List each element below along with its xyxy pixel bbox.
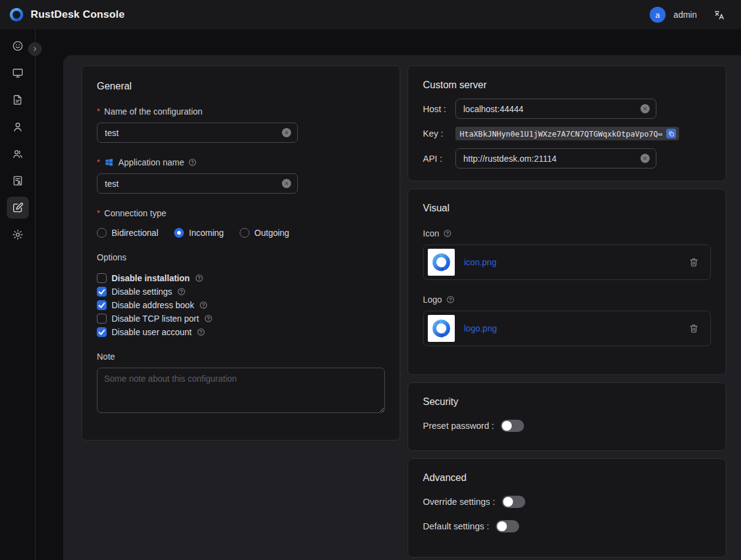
key-value-chip: HtaXBkJNHyn0e1U1jWXze7A7CN7QTGWqxkOtpaVp… <box>455 127 679 140</box>
windows-icon <box>104 157 114 167</box>
preset-password-row: Preset password : <box>423 420 711 432</box>
checkbox-control[interactable] <box>97 300 107 310</box>
help-icon[interactable] <box>197 328 205 336</box>
config-name-input[interactable] <box>104 127 277 138</box>
custom-server-title: Custom server <box>423 80 711 91</box>
icon-file-link[interactable]: icon.png <box>464 257 496 267</box>
app-name-label: Application name <box>118 157 184 167</box>
options-label-row: Options <box>97 252 385 262</box>
override-settings-label: Override settings : <box>423 497 495 507</box>
checkbox-label[interactable]: Disable address book <box>112 300 194 310</box>
general-card: General * Name of the configuration * Ap… <box>82 66 400 441</box>
radio-control[interactable] <box>174 228 184 238</box>
api-input[interactable] <box>462 153 636 164</box>
options-list: Disable installation Disable settings Di… <box>97 273 385 337</box>
right-column: Custom server Host : Key : HtaXBkJNHyn <box>408 66 726 558</box>
radio-bidirectional[interactable]: Bidirectional <box>97 228 158 238</box>
clear-icon[interactable] <box>640 104 650 113</box>
sidebar-item-overview[interactable] <box>7 35 29 57</box>
preset-password-toggle[interactable] <box>501 420 524 432</box>
radio-control[interactable] <box>240 228 249 238</box>
sidebar-item-logs[interactable] <box>7 89 29 111</box>
api-field <box>455 148 656 168</box>
radio-incoming[interactable]: Incoming <box>174 228 224 238</box>
user-icon <box>12 121 24 133</box>
help-icon[interactable] <box>177 287 186 296</box>
monitor-icon <box>12 67 24 79</box>
clear-icon[interactable] <box>282 128 291 137</box>
help-icon[interactable] <box>199 301 208 309</box>
config-name-field <box>97 123 298 143</box>
required-asterisk: * <box>97 210 100 216</box>
help-icon[interactable] <box>446 295 455 304</box>
option-disable-user-account: Disable user account <box>97 327 385 337</box>
sidebar-item-groups[interactable] <box>7 143 29 165</box>
icon-upload-label: Icon <box>423 229 439 238</box>
clear-icon[interactable] <box>282 179 291 188</box>
sidebar-item-devices[interactable] <box>7 62 29 84</box>
main-panel: General * Name of the configuration * Ap… <box>63 55 741 560</box>
note-textarea[interactable] <box>97 368 385 413</box>
username[interactable]: admin <box>674 10 697 20</box>
connection-type-group: Bidirectional Incoming Outgoing <box>97 228 385 238</box>
sidebar-item-client-generator[interactable] <box>7 197 29 219</box>
smiley-icon <box>12 40 24 52</box>
user-avatar[interactable]: a <box>650 7 666 23</box>
trash-icon[interactable] <box>688 323 699 334</box>
custom-server-card: Custom server Host : Key : HtaXBkJNHyn <box>408 66 726 181</box>
checkbox-label[interactable]: Disable TCP listen port <box>112 314 199 324</box>
app-name-field <box>97 173 298 194</box>
help-icon[interactable] <box>204 314 213 323</box>
checkbox-label[interactable]: Disable user account <box>112 327 192 337</box>
checkbox-control[interactable] <box>97 314 107 324</box>
api-label: API : <box>423 154 455 164</box>
options-label: Options <box>97 252 126 262</box>
help-icon[interactable] <box>195 274 203 282</box>
visual-title: Visual <box>423 203 711 214</box>
logo-label-row: Logo <box>423 295 711 305</box>
override-settings-toggle[interactable] <box>502 496 525 508</box>
brand: RustDesk Console <box>9 7 124 23</box>
required-asterisk: * <box>97 108 100 115</box>
document-icon <box>12 94 24 106</box>
app-name-label-row: * Application name <box>97 157 385 167</box>
config-name-label-row: * Name of the configuration <box>97 107 385 116</box>
preset-password-label: Preset password : <box>423 421 494 431</box>
sidebar-item-audit[interactable] <box>7 170 29 192</box>
checkbox-label[interactable]: Disable installation <box>112 273 190 283</box>
app-name-input[interactable] <box>104 178 277 189</box>
default-settings-row: Default settings : <box>423 520 711 532</box>
key-row: Key : HtaXBkJNHyn0e1U1jWXze7A7CN7QTGWqxk… <box>423 127 711 140</box>
clear-icon[interactable] <box>640 154 650 163</box>
sidebar-item-users[interactable] <box>7 116 29 138</box>
users-icon <box>12 148 24 160</box>
default-settings-toggle[interactable] <box>496 520 519 532</box>
sidebar-collapse-button[interactable] <box>28 42 42 56</box>
app-title: RustDesk Console <box>31 9 124 21</box>
help-icon[interactable] <box>443 229 452 238</box>
copy-icon[interactable] <box>666 129 676 138</box>
connection-type-label-row: * Connection type <box>97 208 385 218</box>
icon-thumbnail <box>428 249 455 276</box>
host-label: Host : <box>423 104 455 114</box>
logo-file-link[interactable]: logo.png <box>464 324 497 333</box>
help-icon[interactable] <box>188 158 197 167</box>
api-row: API : <box>423 148 711 168</box>
host-field <box>455 99 656 119</box>
trash-icon[interactable] <box>688 257 699 268</box>
checkbox-control[interactable] <box>97 327 107 337</box>
edit-icon <box>12 202 24 214</box>
host-input[interactable] <box>462 104 636 115</box>
sidebar <box>0 29 36 560</box>
sidebar-item-settings[interactable] <box>7 224 29 246</box>
checkbox-control[interactable] <box>97 273 107 283</box>
checkbox-control[interactable] <box>97 287 107 297</box>
radio-label: Bidirectional <box>112 228 158 238</box>
radio-control[interactable] <box>97 228 107 238</box>
required-asterisk: * <box>97 159 100 165</box>
radio-outgoing[interactable]: Outgoing <box>240 228 289 238</box>
translate-icon[interactable] <box>713 9 725 21</box>
default-settings-label: Default settings : <box>423 521 489 531</box>
checkbox-label[interactable]: Disable settings <box>112 287 172 297</box>
connection-type-label: Connection type <box>104 208 166 218</box>
